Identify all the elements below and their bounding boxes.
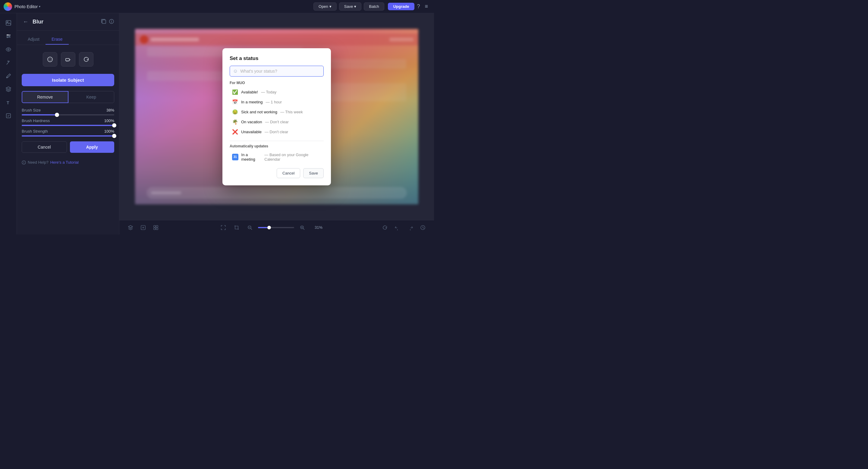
help-link[interactable]: Here's a Tutorial [50, 160, 79, 164]
sick-text: Sick and not working [241, 110, 277, 114]
sidebar-gallery-btn[interactable] [2, 17, 14, 29]
brush-size-label: Brush Size [22, 108, 41, 113]
svg-point-5 [9, 36, 10, 37]
svg-rect-12 [102, 20, 106, 24]
vacation-icon: 🌴 [232, 119, 238, 125]
brush-sliders: Brush Size 38% Brush Hardness 100% [22, 108, 114, 136]
svg-text:T: T [7, 100, 9, 105]
layers-bottom-btn[interactable] [125, 222, 135, 233]
brush-size-slider: Brush Size 38% [22, 108, 114, 116]
modal-section-label: For MUO [230, 81, 324, 85]
eye-icon [5, 46, 11, 53]
modal-save-button[interactable]: Save [303, 168, 324, 178]
zoom-in-icon [300, 225, 305, 230]
batch-button[interactable]: Batch [364, 2, 384, 10]
magic-icon [5, 60, 11, 66]
brush-circle-btn[interactable] [43, 52, 57, 67]
sidebar-brush-btn[interactable] [2, 70, 14, 82]
text-icon: T [5, 99, 11, 105]
canvas-viewport: Set a status ☺ For MUO ✅ Available! — To… [119, 13, 434, 220]
open-button[interactable]: Open ▾ [313, 2, 337, 10]
fullscreen-btn[interactable] [218, 222, 228, 233]
unavailable-time: — Don't clear [265, 130, 288, 134]
tool-panel-back-button[interactable]: ← [22, 18, 30, 26]
save-button[interactable]: Save ▾ [339, 2, 362, 10]
modal-title: Set a status [230, 56, 324, 61]
brush-reset-btn[interactable] [79, 52, 93, 67]
status-sick[interactable]: 🤢 Sick and not working — This week [230, 107, 324, 117]
zoom-out-btn[interactable] [245, 222, 255, 233]
status-available[interactable]: ✅ Available! — Today [230, 87, 324, 97]
refresh-btn[interactable] [380, 222, 390, 233]
svg-point-17 [49, 58, 51, 61]
tool-panel-header-icons [101, 19, 114, 25]
help-icon-button[interactable]: ? [414, 2, 422, 11]
brush-strength-value: 100% [104, 129, 114, 133]
zoom-value: 31% [310, 225, 322, 230]
status-unavailable[interactable]: ❌ Unavailable — Don't clear [230, 127, 324, 136]
brush-icon [5, 73, 11, 79]
auto-meeting-item[interactable]: 31 In a meeting — Based on your Google C… [230, 151, 324, 163]
action-buttons: Cancel Apply [22, 142, 114, 153]
history-btn[interactable] [418, 222, 428, 233]
sidebar-text-btn[interactable]: T [2, 96, 14, 108]
brush-strength-track[interactable] [22, 135, 114, 136]
info-icon [22, 160, 26, 164]
sidebar-magic-btn[interactable] [2, 57, 14, 69]
available-text: Available! [241, 90, 258, 94]
sidebar-effects-btn[interactable] [2, 110, 14, 122]
cancel-button[interactable]: Cancel [22, 142, 67, 153]
edit-bottom-btn[interactable] [138, 222, 148, 233]
unavailable-text: Unavailable [241, 130, 261, 134]
upgrade-button[interactable]: Upgrade [388, 3, 415, 10]
tool-panel-info-icon[interactable] [109, 19, 114, 25]
app-title: Photo Editor [14, 4, 38, 9]
refresh-icon [382, 225, 388, 230]
status-input[interactable] [240, 69, 320, 73]
modal-cancel-button[interactable]: Cancel [277, 168, 300, 178]
grid-bottom-btn[interactable] [151, 222, 161, 233]
vacation-text: On vacation [241, 120, 262, 124]
layers-icon [5, 86, 11, 92]
set-status-modal: Set a status ☺ For MUO ✅ Available! — To… [222, 48, 331, 185]
remove-button[interactable]: Remove [22, 91, 68, 103]
canvas-area: Set a status ☺ For MUO ✅ Available! — To… [119, 13, 434, 234]
tab-erase[interactable]: Erase [45, 34, 69, 44]
reset-icon [83, 56, 90, 63]
brush-hardness-track[interactable] [22, 125, 114, 126]
zoom-out-icon [247, 225, 253, 230]
svg-line-29 [251, 228, 252, 230]
brush-erase-btn[interactable] [61, 52, 75, 67]
zoom-slider[interactable] [258, 227, 294, 228]
svg-point-8 [7, 49, 9, 50]
menu-icon-button[interactable]: ≡ [422, 2, 430, 11]
svg-rect-18 [66, 59, 69, 61]
brush-size-track[interactable] [22, 114, 114, 116]
auto-meeting-time: — Based on your Google Calendar [264, 153, 321, 162]
tool-panel-copy-icon[interactable] [101, 19, 106, 25]
redo-btn[interactable] [405, 222, 415, 233]
keep-button[interactable]: Keep [68, 91, 115, 103]
sidebar-adjust-btn[interactable] [2, 30, 14, 42]
tab-adjust[interactable]: Adjust [22, 34, 45, 44]
status-input-wrapper[interactable]: ☺ [230, 66, 324, 76]
apply-button[interactable]: Apply [70, 142, 115, 153]
isolate-subject-button[interactable]: Isolate Subject [22, 74, 114, 86]
icon-sidebar: T [0, 13, 17, 234]
svg-rect-25 [154, 228, 156, 230]
undo-btn[interactable] [393, 222, 403, 233]
help-text: Need Help? [28, 160, 49, 164]
status-vacation[interactable]: 🌴 On vacation — Don't clear [230, 117, 324, 127]
bottom-left-buttons [125, 222, 161, 233]
sidebar-layers-btn[interactable] [2, 83, 14, 95]
brush-circle-icon [47, 56, 53, 63]
zoom-in-btn[interactable] [297, 222, 307, 233]
tool-panel-content: Isolate Subject Remove Keep Brush Size 3… [17, 45, 119, 234]
brush-hardness-value: 100% [104, 119, 114, 123]
crop-btn[interactable] [231, 222, 242, 233]
status-in-meeting[interactable]: 📅 In a meeting — 1 hour [230, 97, 324, 107]
bottom-toolbar: 31% [119, 220, 434, 234]
vacation-time: — Don't clear [265, 120, 288, 124]
sidebar-eye-btn[interactable] [2, 43, 14, 56]
app-title-group: Photo Editor ▾ [14, 4, 40, 9]
